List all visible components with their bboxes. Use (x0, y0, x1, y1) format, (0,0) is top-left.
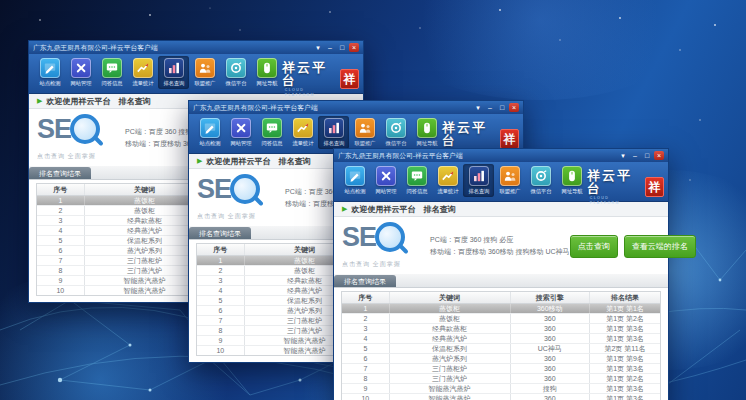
message-icon (262, 118, 282, 138)
pc-engines-line: PC端：百度 360 搜狗 必应 (430, 234, 570, 246)
toolbar-item-label: 流量统计 (292, 140, 313, 148)
section-title: 排名查询 (118, 96, 150, 107)
toolbar-item-7[interactable]: 网址导航 (556, 164, 587, 197)
table-row[interactable]: 4经典蒸汽炉360第1页 第3名 (342, 334, 660, 344)
close-icon[interactable]: × (349, 43, 359, 52)
cell-no: 8 (342, 374, 390, 383)
brand-seal-icon: 祥 (645, 177, 664, 197)
app-window-front[interactable]: 广东九鼎王厨具有限公司-祥云平台客户端 ▾ – □ × 站点检测网站管理问答信息… (333, 148, 669, 400)
table-row[interactable]: 1蒸饭柜360移动第1页 第1名 (342, 304, 660, 314)
table-row[interactable]: 10智能蒸汽蒸炉360第1页 第3名 (342, 394, 660, 400)
toolbar-item-label: 站点检测 (39, 80, 60, 88)
brand-subtitle: CLOUD PLATFORM (590, 196, 640, 205)
window-controls: ▾ – □ × (618, 151, 664, 160)
tab-rank-results[interactable]: 排名查询结果 (334, 275, 396, 287)
toolbar-item-3[interactable]: 流量统计 (432, 164, 463, 197)
toolbar-items: 站点检测网站管理问答信息流量统计排名查询联盟推广微信平台网址导航 (339, 164, 587, 197)
window-controls: ▾ – □ × (473, 103, 519, 112)
toolbar-item-label: 问答信息 (261, 140, 282, 148)
cell-no: 7 (37, 256, 85, 265)
tab-rank-results[interactable]: 排名查询结果 (29, 167, 91, 179)
cell-engine: 360移动 (511, 304, 591, 313)
toolbar-item-6[interactable]: 微信平台 (525, 164, 556, 197)
toolbar-item-6[interactable]: 微信平台 (380, 116, 411, 149)
cell-rank: 第1页 第2名 (590, 374, 660, 383)
toolbar-item-2[interactable]: 问答信息 (256, 116, 287, 149)
brand-name: 祥云平台 (282, 61, 337, 87)
toolbar-item-7[interactable]: 网址导航 (251, 56, 282, 89)
traffic-stats-icon (438, 166, 458, 186)
toolbar-item-label: 流量统计 (437, 188, 458, 196)
minimize-icon[interactable]: – (485, 103, 495, 112)
skin-icon[interactable]: ▾ (618, 151, 628, 160)
minimize-icon[interactable]: – (630, 151, 640, 160)
traffic-stats-icon (133, 58, 153, 78)
title-bar[interactable]: 广东九鼎王厨具有限公司-祥云平台客户端 ▾ – □ × (189, 101, 523, 114)
toolbar-item-6[interactable]: 微信平台 (220, 56, 251, 89)
cell-no: 5 (197, 296, 245, 305)
cell-keyword: 三门蒸汽炉 (390, 374, 511, 383)
table-row[interactable]: 6蒸汽炉系列360第1页 第9名 (342, 354, 660, 364)
toolbar-item-0[interactable]: 站点检测 (194, 116, 225, 149)
union-promo-icon (195, 58, 215, 78)
seo-panel: SE 点击查询 全面掌握 PC端：百度 360 搜狗 必应 移动端：百度移动 3… (334, 217, 668, 274)
table-row[interactable]: 8三门蒸汽炉360第1页 第2名 (342, 374, 660, 384)
cell-keyword: 蒸饭柜 (390, 304, 511, 313)
view-cloud-rank-button[interactable]: 查看云端的排名 (624, 235, 696, 258)
toolbar-item-5[interactable]: 联盟推广 (494, 164, 525, 197)
table-row[interactable]: 7三门蒸柜炉360第1页 第3名 (342, 364, 660, 374)
toolbar-item-4[interactable]: 排名查询 (463, 164, 494, 197)
toolbar-item-7[interactable]: 网址导航 (411, 116, 442, 149)
toolbar-item-5[interactable]: 联盟推广 (189, 56, 220, 89)
toolbar-item-2[interactable]: 问答信息 (96, 56, 127, 89)
toolbar-item-4[interactable]: 排名查询 (318, 116, 349, 149)
skin-icon[interactable]: ▾ (313, 43, 323, 52)
toolbar-item-1[interactable]: 网站管理 (225, 116, 256, 149)
toolbar-item-0[interactable]: 站点检测 (34, 56, 65, 89)
close-icon[interactable]: × (509, 103, 519, 112)
toolbar-item-3[interactable]: 流量统计 (287, 116, 318, 149)
cell-keyword: 蒸饭柜 (390, 314, 511, 323)
toolbar-item-label: 网址导航 (561, 188, 582, 196)
title-bar[interactable]: 广东九鼎王厨具有限公司-祥云平台客户端 ▾ – □ × (29, 41, 363, 54)
brand-seal-icon: 祥 (340, 69, 359, 89)
cell-no: 4 (342, 334, 390, 343)
tab-rank-results[interactable]: 排名查询结果 (189, 227, 251, 239)
header-rank: 排名结果 (590, 292, 660, 303)
cell-no: 7 (197, 316, 245, 325)
cell-no: 7 (342, 364, 390, 373)
toolbar-item-label: 微信平台 (225, 80, 246, 88)
close-icon[interactable]: × (654, 151, 664, 160)
minimize-icon[interactable]: – (325, 43, 335, 52)
cell-rank: 第1页 第9名 (590, 354, 660, 363)
brand-logo: 祥云平台 CLOUD PLATFORM 祥 (587, 164, 664, 205)
cell-no: 8 (37, 266, 85, 275)
welcome-arrow-icon: ▶ (342, 205, 347, 213)
toolbar-item-2[interactable]: 问答信息 (401, 164, 432, 197)
window-controls: ▾ – □ × (313, 43, 359, 52)
toolbar-item-1[interactable]: 网站管理 (370, 164, 401, 197)
wechat-icon (226, 58, 246, 78)
toolbar-item-1[interactable]: 网站管理 (65, 56, 96, 89)
table-row[interactable]: 9智能蒸汽蒸炉搜狗第1页 第3名 (342, 384, 660, 394)
section-title: 排名查询 (278, 156, 310, 167)
seo-slogan: 点击查询 全面掌握 (37, 153, 96, 159)
toolbar-item-3[interactable]: 流量统计 (127, 56, 158, 89)
table-row[interactable]: 2蒸饭柜360第1页 第2名 (342, 314, 660, 324)
toolbar-item-0[interactable]: 站点检测 (339, 164, 370, 197)
toolbar-item-4[interactable]: 排名查询 (158, 56, 189, 89)
table-row[interactable]: 5保温柜系列UC神马第2页 第11名 (342, 344, 660, 354)
skin-icon[interactable]: ▾ (473, 103, 483, 112)
query-button[interactable]: 点击查询 (570, 235, 618, 258)
maximize-icon[interactable]: □ (337, 43, 347, 52)
seo-logo-text: SE (37, 116, 71, 142)
toolbar-item-label: 排名查询 (323, 140, 344, 148)
table-row[interactable]: 3经典款蒸柜360第1页 第3名 (342, 324, 660, 334)
toolbar-item-5[interactable]: 联盟推广 (349, 116, 380, 149)
mobile-engines-line: 移动端：百度移动 360移动 搜狗移动 UC神马 (430, 246, 570, 258)
maximize-icon[interactable]: □ (642, 151, 652, 160)
site-manage-icon (231, 118, 251, 138)
title-bar[interactable]: 广东九鼎王厨具有限公司-祥云平台客户端 ▾ – □ × (334, 149, 668, 162)
cell-no: 10 (37, 286, 85, 295)
maximize-icon[interactable]: □ (497, 103, 507, 112)
